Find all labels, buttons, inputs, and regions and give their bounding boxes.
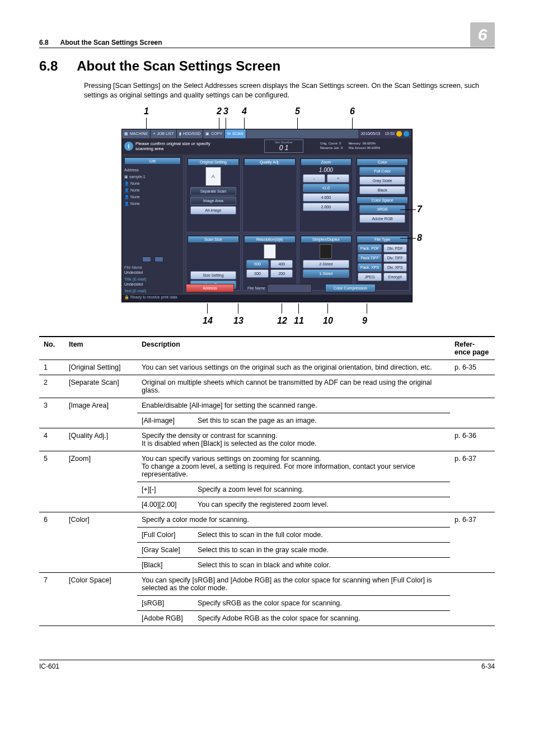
zoom-preset-button[interactable]: 4.000 [303, 193, 349, 202]
row-subkey: [Adobe RGB] [137, 610, 193, 626]
row-item: [Separate Scan] [64, 375, 137, 398]
intro-paragraph: Pressing [Scan Settings] on the Select A… [84, 81, 495, 101]
up-button[interactable] [142, 256, 151, 262]
row-ref [450, 572, 495, 626]
row-desc: Specify the density or contrast for scan… [137, 428, 450, 451]
row-ref: p. 6-36 [450, 428, 495, 451]
pack-pdf-button[interactable]: Pack. PDF [358, 244, 381, 253]
list-button[interactable]: List [124, 157, 181, 165]
page-title: 6.8 About the Scan Settings Screen [39, 58, 495, 74]
row-subkey: [All-image] [137, 413, 193, 428]
down-button[interactable] [154, 256, 163, 262]
row-subkey: [Black] [137, 557, 193, 572]
callout-13: 13 [233, 316, 243, 326]
callout-2: 2 [217, 106, 222, 116]
scan-settings-figure: 123456 ▦ MACHINE ≡ JOB LIST ▮ HDD/SSD ▣ … [121, 106, 413, 326]
row-subval: Select this to scan in the full color mo… [193, 527, 450, 542]
callout-9: 9 [362, 316, 367, 326]
row-desc: Original on multiple sheets which cannot… [137, 375, 450, 398]
res-300-button[interactable]: 300 [246, 269, 269, 278]
tab-hdd[interactable]: ▮ HDD/SSD [177, 129, 204, 138]
tab-job-list[interactable]: ≡ JOB LIST [151, 129, 176, 138]
original-setting-button[interactable]: Original Setting [188, 158, 239, 166]
tab-copy[interactable]: ▣ COPY [203, 129, 225, 138]
scan-size-header: Scan Size [188, 236, 239, 243]
encrypt-button[interactable]: Encrypt [383, 273, 407, 281]
row-item: [Color] [64, 512, 137, 572]
row-subval: Specify sRGB as the color space for scan… [193, 595, 450, 610]
scan-size-column: Scan Size Size Setting Auto Size [186, 234, 241, 291]
address-sidebar: List Address ▣ sample-1 👤 None 👤 None 👤 … [122, 155, 184, 302]
row-desc: You can specify [sRGB] and [Adobe RGB] a… [137, 572, 450, 595]
address-item[interactable]: ▣ sample-1 [124, 174, 181, 180]
image-area-button[interactable]: Image Area [190, 197, 237, 205]
row-desc: You can set various settings on the orig… [137, 360, 450, 375]
address-item[interactable]: 👤 None [124, 188, 181, 193]
row-subval: Select this to scan in the gray scale mo… [193, 542, 450, 557]
zoom-minus-button[interactable]: - [303, 174, 325, 183]
pack-xps-button[interactable]: Pack. XPS [358, 263, 381, 272]
div-pdf-button[interactable]: Div. PDF [383, 244, 407, 253]
quality-adj-column: Quality Adj. [242, 157, 297, 232]
row-no: 3 [39, 398, 64, 428]
original-setting-column: Original Setting A Separate Scan Image A… [186, 157, 241, 232]
pack-tiff-button[interactable]: Pack.TIFF [358, 254, 381, 262]
full-color-button[interactable]: Full Color [359, 167, 406, 175]
all-image-button[interactable]: All-image [190, 206, 237, 214]
color-compression-button[interactable]: Color Compression [325, 284, 376, 292]
callout-5: 5 [295, 106, 300, 116]
row-no: 1 [39, 360, 64, 375]
address-item[interactable]: 👤 None [124, 194, 181, 200]
chapter-number-box: 6 [470, 22, 495, 47]
two-sided-button[interactable]: 2-Sided [303, 260, 349, 268]
row-no: 5 [39, 451, 64, 512]
help-icon[interactable] [404, 131, 409, 137]
row-no: 4 [39, 428, 64, 451]
tab-scan[interactable]: ✉ SCAN [225, 129, 246, 138]
status-datetime: 2010/05/15 15:53 [358, 129, 412, 138]
res-200-button[interactable]: 200 [270, 269, 293, 278]
div-xps-button[interactable]: Div. XPS [383, 263, 407, 272]
callout-4: 4 [242, 106, 247, 116]
file-name-field[interactable] [267, 284, 312, 293]
row-subval: You can specify the registered zoom leve… [193, 497, 450, 512]
th-no: No. [39, 337, 64, 360]
size-setting-button[interactable]: Size Setting [190, 271, 237, 279]
gray-scale-button[interactable]: Gray Scale [359, 176, 406, 185]
page-footer: IC-601 6-34 [39, 660, 495, 670]
black-button[interactable]: Black [359, 186, 406, 194]
file-name-label: File Name [247, 286, 265, 290]
jpeg-button[interactable]: JPEG [358, 273, 381, 281]
adobe-rgb-button[interactable]: Adobe RGB [359, 214, 406, 223]
zoom-value: 1.000 [319, 167, 333, 173]
res-400-button[interactable]: 400 [270, 260, 293, 268]
running-header: 6.8 About the Scan Settings Screen [39, 39, 162, 46]
settings-description-table: No. Item Description Refer- ence page 1[… [39, 336, 495, 626]
zoom-plus-button[interactable]: + [327, 174, 349, 183]
address-item[interactable]: 👤 None [124, 181, 181, 186]
zoom-preset-button[interactable]: 2.000 [303, 203, 349, 211]
row-no: 6 [39, 512, 64, 572]
address-button[interactable]: Address [186, 284, 234, 292]
tab-machine[interactable]: ▦ MACHINE [122, 129, 151, 138]
row-subval: Select this to scan in black and white c… [193, 557, 450, 572]
callout-7: 7 [417, 204, 422, 214]
one-sided-button[interactable]: 1-Sided [303, 269, 349, 278]
div-tiff-button[interactable]: Div. TIFF [383, 254, 407, 262]
separate-scan-button[interactable]: Separate Scan [190, 187, 237, 195]
th-desc: Description [137, 337, 450, 360]
status-counters: Orig. Count 0 Reserve Job 0 Memory 99.60… [320, 142, 380, 151]
color-space-header: Color Space [357, 197, 408, 204]
srgb-button[interactable]: sRGB [359, 205, 406, 213]
row-subkey: [Full Color] [137, 527, 193, 542]
quality-adj-button[interactable]: Quality Adj. [244, 158, 296, 166]
res-600-button[interactable]: 600 [246, 260, 269, 268]
row-no: 7 [39, 572, 64, 626]
color-header: Color [357, 158, 408, 166]
callout-3: 3 [223, 106, 228, 116]
zoom-x1-button[interactable]: x1.0 [303, 184, 349, 192]
row-subkey: [+][-] [137, 482, 193, 497]
set-number-box: Set Number 0 1 [264, 139, 303, 153]
color-column: Color Full Color Gray Scale Black Color … [355, 157, 410, 232]
address-item[interactable]: 👤 None [124, 201, 181, 207]
